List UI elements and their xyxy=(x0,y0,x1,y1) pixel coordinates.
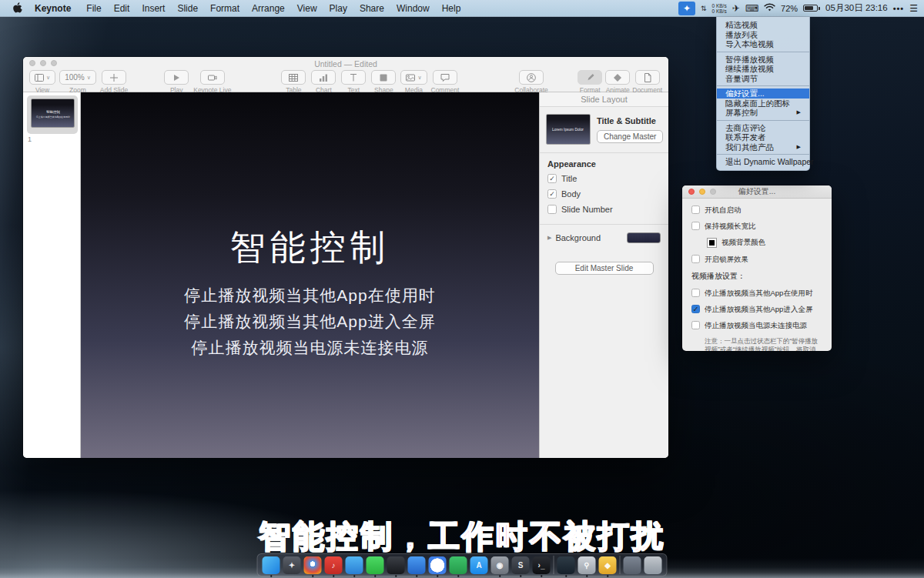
checkbox-checked-icon[interactable]: ✓ xyxy=(691,305,700,313)
checkbox-unchecked-icon[interactable] xyxy=(691,255,700,263)
change-master-button[interactable]: Change Master xyxy=(597,130,663,143)
menubar-item-file[interactable]: File xyxy=(80,3,107,14)
checkbox-checked-icon[interactable]: ✓ xyxy=(547,174,557,183)
menu-item[interactable]: 精选视频 xyxy=(717,20,809,30)
wifi-icon[interactable] xyxy=(764,3,775,14)
battery-icon[interactable] xyxy=(803,5,820,12)
toolbar-button-chart[interactable]: Chart xyxy=(310,70,336,94)
paper-plane-icon[interactable]: ✈ xyxy=(732,3,740,14)
prefs-row[interactable]: 保持视频长宽比 xyxy=(691,222,824,231)
more-status-icon[interactable]: ••• xyxy=(893,4,905,13)
keynote-titlebar[interactable]: Untitled — Edited xyxy=(23,57,668,68)
dock-icon-launchpad[interactable]: ✦ xyxy=(283,556,301,574)
menu-item[interactable]: 我们其他产品▶ xyxy=(717,142,809,152)
toolbar-button-text[interactable]: Text xyxy=(340,70,367,94)
toolbar-button-table[interactable]: Table xyxy=(280,70,306,94)
dock-icon-lamp[interactable]: ⚲ xyxy=(578,556,596,574)
toolbar-button-keynote-live[interactable]: Keynote Live xyxy=(193,70,231,94)
prefs-row[interactable]: 开启锁屏效果 xyxy=(691,255,824,264)
prefs-row[interactable]: 视频背景颜色 xyxy=(707,238,824,248)
menu-item[interactable]: 退出 Dynamic Wallpaper xyxy=(717,157,809,167)
checkbox-unchecked-icon[interactable] xyxy=(691,289,700,297)
menubar-item-play[interactable]: Play xyxy=(323,3,353,14)
menubar-item-share[interactable]: Share xyxy=(353,3,390,14)
menu-item[interactable]: 播放列表 xyxy=(717,30,809,40)
apple-menu-icon[interactable] xyxy=(12,2,22,14)
checkbox-unchecked-icon[interactable] xyxy=(691,321,700,329)
menubar-item-view[interactable]: View xyxy=(291,3,323,14)
toolbar-button-media[interactable]: ∨Media xyxy=(400,70,427,94)
menubar-app-name[interactable]: Keynote xyxy=(30,3,75,14)
dock-icon-bluefolder[interactable] xyxy=(408,556,426,574)
dock-icon-app-store[interactable]: A xyxy=(470,556,488,574)
toolbar-button-format[interactable]: Format xyxy=(577,70,603,94)
menubar-item-format[interactable]: Format xyxy=(204,3,246,14)
appearance-check-body[interactable]: ✓Body xyxy=(547,189,661,199)
master-slide-thumbnail[interactable]: Lorem Ipsum Dolor xyxy=(546,114,591,145)
menubar-item-edit[interactable]: Edit xyxy=(108,3,136,14)
toolbar-button-add-slide[interactable]: Add Slide xyxy=(100,70,128,94)
dock-icon-ticktick[interactable]: ✓ xyxy=(429,556,447,574)
menu-item[interactable]: 偏好设置... xyxy=(717,89,809,99)
dock-icon-files-thumb[interactable] xyxy=(624,556,641,574)
menubar-item-insert[interactable]: Insert xyxy=(136,3,171,14)
dock-icon-trash[interactable] xyxy=(644,556,662,574)
prefs-titlebar[interactable]: 偏好设置... xyxy=(682,185,832,199)
appearance-check-slide-number[interactable]: Slide Number xyxy=(547,205,661,214)
dock-icon-evernote[interactable] xyxy=(450,556,467,574)
slide-canvas[interactable]: 智能控制 停止播放视频当其他App在使用时停止播放视频当其他App进入全屏停止播… xyxy=(81,92,539,458)
checkbox-checked-icon[interactable]: ✓ xyxy=(547,189,557,199)
checkbox-unchecked-icon[interactable] xyxy=(547,205,557,214)
menu-item[interactable]: 暂停播放视频 xyxy=(717,55,809,65)
dynamic-wallpaper-status-icon[interactable]: ✦ xyxy=(678,2,695,15)
menu-item[interactable]: 继续播放视频 xyxy=(717,64,809,74)
color-swatch[interactable] xyxy=(707,238,717,248)
menu-item[interactable]: 联系开发者 xyxy=(717,132,809,142)
slide-thumbnail[interactable]: 智能控制 停止播放视频当其他App在使用时 xyxy=(31,99,75,128)
slide-body[interactable]: 停止播放视频当其他App在使用时停止播放视频当其他App进入全屏停止播放视频当电… xyxy=(81,282,539,361)
edit-master-slide-button[interactable]: Edit Master Slide xyxy=(555,262,654,275)
toolbar-button-comment[interactable]: Comment xyxy=(431,70,460,94)
toolbar-button-zoom[interactable]: 100%∨Zoom xyxy=(59,70,96,94)
checkbox-unchecked-icon[interactable] xyxy=(691,222,700,230)
dock-icon-sublime-text[interactable]: S xyxy=(512,556,530,574)
prefs-row[interactable]: 停止播放视频当其他App在使用时 xyxy=(691,289,824,298)
toolbar-button-collaborate[interactable]: Collaborate xyxy=(514,70,547,94)
checkbox-unchecked-icon[interactable] xyxy=(691,205,700,214)
menubar-item-window[interactable]: Window xyxy=(390,3,436,14)
dock-icon-chrome[interactable] xyxy=(304,556,322,574)
toolbar-button-view[interactable]: ∨View xyxy=(29,70,55,94)
dock-icon-dark-app[interactable] xyxy=(557,556,575,574)
toolbar-button-animate[interactable]: Animate xyxy=(604,70,631,94)
menu-item[interactable]: 导入本地视频 xyxy=(717,39,809,49)
dock-icon-steering[interactable]: ◉ xyxy=(491,556,509,574)
appearance-check-title[interactable]: ✓Title xyxy=(547,174,661,183)
menubar-item-arrange[interactable]: Arrange xyxy=(246,3,291,14)
background-color-well[interactable] xyxy=(627,232,661,243)
slide-navigator[interactable]: 智能控制 停止播放视频当其他App在使用时 1 xyxy=(23,92,81,458)
slide-title[interactable]: 智能控制 xyxy=(81,224,539,272)
dock-icon-gold-diamond[interactable]: ◆ xyxy=(599,556,617,574)
disclosure-triangle-icon[interactable]: ▶ xyxy=(547,235,551,241)
keyboard-icon[interactable]: ⌨ xyxy=(745,3,758,14)
dock-icon-qq[interactable] xyxy=(387,556,405,574)
dock-icon-wechat[interactable] xyxy=(367,556,384,574)
menu-item[interactable]: 屏幕控制▶ xyxy=(717,108,809,118)
dock-icon-netease-music[interactable]: ♪ xyxy=(325,556,343,574)
menubar-item-slide[interactable]: Slide xyxy=(171,3,204,14)
dock-icon-terminal[interactable]: ›_ xyxy=(533,556,551,574)
menu-item[interactable]: 隐藏桌面上的图标 xyxy=(717,99,809,109)
prefs-row[interactable]: ✓停止播放视频当其他App进入全屏 xyxy=(691,305,824,314)
toolbar-button-play[interactable]: Play xyxy=(163,70,189,94)
menu-item[interactable]: 音量调节 xyxy=(717,74,809,84)
menubar-item-help[interactable]: Help xyxy=(436,3,467,14)
notification-center-icon[interactable]: ☰ xyxy=(909,3,918,14)
toolbar-button-shape[interactable]: Shape xyxy=(370,70,397,94)
menubar-clock[interactable]: 05月30日 23:16 xyxy=(825,2,888,14)
menu-item[interactable]: 去商店评论 xyxy=(717,123,809,133)
prefs-row[interactable]: 停止播放视频当电源未连接电源 xyxy=(691,321,824,330)
dock-icon-finder[interactable] xyxy=(263,556,280,574)
toolbar-button-document[interactable]: Document xyxy=(632,70,662,94)
dock-icon-thunder[interactable] xyxy=(346,556,363,574)
prefs-row[interactable]: 开机自启动 xyxy=(691,205,824,215)
